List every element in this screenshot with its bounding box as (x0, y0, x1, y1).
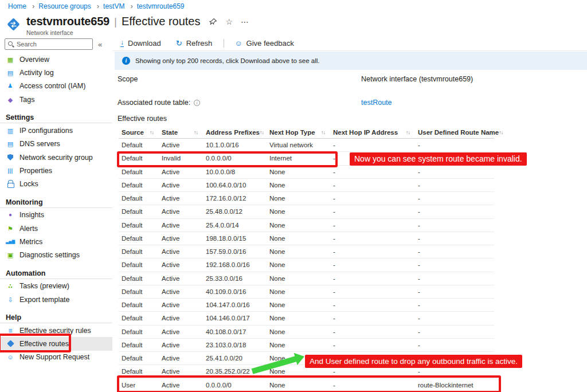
title-block: testvmroute659 | Effective routes ☆ ⋯ Ne… (26, 15, 249, 36)
collapse-menu-icon[interactable]: « (98, 40, 102, 49)
table-row[interactable]: Default Active 10.1.0.0/16 Virtual netwo… (119, 139, 494, 152)
cell-next-hop-ip: - (333, 315, 418, 322)
cell-next-hop-type: None (269, 382, 333, 389)
sidebar-search-box[interactable] (5, 38, 93, 50)
sort-icon[interactable]: ↑↓ (194, 130, 198, 135)
table-row[interactable]: Default Active 172.16.0.0/12 None - - (119, 192, 494, 205)
sidebar-item-metrics[interactable]: Metrics (0, 235, 112, 248)
sidebar-item-ip-configurations[interactable]: IP configurations (0, 124, 112, 137)
favorite-star-icon[interactable]: ☆ (225, 17, 233, 26)
download-button[interactable]: ↓ Download (120, 39, 161, 48)
more-options-icon[interactable]: ⋯ (241, 17, 249, 26)
sidebar-item-dns-servers[interactable]: DNS servers (0, 137, 112, 150)
table-row[interactable]: Default Active 10.0.0.0/8 None - - (119, 166, 494, 179)
table-row[interactable]: Default Active 100.64.0.0/10 None - - (119, 179, 494, 192)
table-row[interactable]: Default Active 192.168.0.0/16 None - - (119, 258, 494, 272)
sidebar-item-overview[interactable]: Overview (0, 53, 112, 66)
page-subtitle-blade: Effective routes (122, 15, 200, 28)
cell-next-hop-type: None (269, 275, 333, 282)
sort-icon[interactable]: ↑↓ (321, 130, 325, 135)
column-source[interactable]: Source ↑↓ (119, 129, 162, 136)
cell-udr-name: - (418, 275, 494, 282)
sort-icon[interactable]: ↑↓ (150, 130, 154, 135)
alerts-icon (6, 225, 15, 233)
sidebar-item-label: Properties (19, 167, 52, 175)
search-input[interactable] (17, 41, 85, 48)
table-row[interactable]: Default Active 23.103.0.0/18 None - - (119, 339, 494, 352)
cell-state: Active (162, 248, 206, 255)
sidebar-item-label: Alerts (19, 225, 38, 233)
column-state[interactable]: State ↑↓ (162, 129, 206, 136)
sidebar-item-tags[interactable]: Tags (0, 93, 112, 106)
table-row[interactable]: Default Active 104.147.0.0/16 None - - (119, 299, 494, 312)
sidebar-item-label: IP configurations (19, 127, 73, 135)
table-row[interactable]: Default Active 25.48.0.0/12 None - - (119, 205, 494, 218)
breadcrumb-link[interactable]: Resource groups (38, 2, 91, 10)
cell-udr-name: - (418, 355, 494, 362)
table-row[interactable]: Default Active 40.108.0.0/17 None - - (119, 326, 494, 339)
cell-address-prefix: 100.64.0.0/10 (206, 182, 269, 189)
sidebar-item-access-control[interactable]: Access control (IAM) (0, 80, 112, 93)
breadcrumb-link[interactable]: Home (8, 2, 26, 10)
table-row[interactable]: Default Active 198.18.0.0/15 None - - (119, 232, 494, 245)
sidebar-item-locks[interactable]: Locks (0, 178, 112, 191)
sidebar-item-alerts[interactable]: Alerts (0, 222, 112, 235)
cell-udr-name: - (418, 301, 494, 308)
cell-source: Default (119, 261, 162, 268)
table-row[interactable]: Default Active 104.146.0.0/17 None - - (119, 312, 494, 325)
activity-log-icon (6, 69, 15, 77)
column-user-defined-route-name[interactable]: User Defined Route Name ↑↓ (418, 129, 494, 136)
lock-icon (6, 180, 15, 188)
sidebar-item-insights[interactable]: Insights (0, 209, 112, 222)
table-row[interactable]: User Active 0.0.0.0/0 None - route-Block… (119, 379, 494, 392)
cell-udr-name: - (418, 142, 494, 148)
table-row[interactable]: Default Active 157.59.0.0/16 None - - (119, 245, 494, 258)
sort-icon[interactable]: ↑↓ (260, 130, 264, 135)
breadcrumb-link[interactable]: testvmroute659 (137, 2, 185, 10)
cell-next-hop-type: None (269, 301, 333, 308)
pin-icon[interactable] (209, 18, 217, 26)
support-icon (6, 353, 15, 361)
sidebar-item-new-support-request[interactable]: New Support Request (0, 351, 112, 364)
route-table-link[interactable]: testRoute (361, 99, 392, 107)
table-row[interactable]: Default Active 25.33.0.0/16 None - - (119, 272, 494, 285)
cell-next-hop-type: None (269, 288, 333, 295)
cell-source: Default (119, 142, 162, 148)
sort-icon[interactable]: ↑↓ (406, 130, 410, 135)
effective-routes-section-label: Effective routes (118, 115, 167, 123)
table-row[interactable]: Default Invalid 0.0.0.0/0 Internet - - (119, 152, 494, 165)
column-next-hop-type[interactable]: Next Hop Type ↑↓ (269, 129, 333, 136)
refresh-button[interactable]: ↻ Refresh (176, 39, 212, 48)
cell-state: Active (162, 208, 206, 215)
search-icon (7, 41, 14, 48)
cell-next-hop-ip: - (333, 261, 418, 268)
sidebar-item-export-template[interactable]: Export template (0, 293, 112, 306)
people-icon (6, 82, 15, 90)
metrics-icon (6, 238, 15, 246)
sidebar-item-tasks[interactable]: Tasks (preview) (0, 280, 112, 293)
table-row[interactable]: Default Active 25.41.0.0/20 None - - (119, 352, 494, 365)
sidebar-item-label: Activity log (19, 69, 54, 77)
info-circle-icon[interactable]: i (194, 100, 200, 106)
cell-state: Active (162, 368, 206, 375)
table-row[interactable]: Default Active 40.109.0.0/16 None - - (119, 285, 494, 299)
sidebar-item-label: New Support Request (19, 353, 89, 361)
sidebar-item-diagnostic-settings[interactable]: Diagnostic settings (0, 249, 112, 262)
column-next-hop-ip-address[interactable]: Next Hop IP Address ↑↓ (333, 129, 418, 136)
sidebar-item-properties[interactable]: Properties (0, 164, 112, 177)
sort-icon[interactable]: ↑↓ (499, 130, 503, 135)
column-address-prefixes[interactable]: Address Prefixes ↑↓ (206, 129, 269, 136)
sidebar-item-activity-log[interactable]: Activity log (0, 66, 112, 79)
table-row[interactable]: Default Active 20.35.252.0/22 None - - (119, 365, 494, 378)
table-row[interactable]: Default Active 25.4.0.0/14 None - - (119, 219, 494, 232)
sidebar-item-effective-security-rules[interactable]: Effective security rules (0, 324, 112, 337)
give-feedback-button[interactable]: ☺ Give feedback (234, 39, 294, 48)
cell-address-prefix: 25.33.0.0/16 (206, 275, 269, 282)
cell-state: Active (162, 168, 206, 175)
cell-next-hop-ip: - (333, 301, 418, 308)
sidebar-item-label: Automation (6, 269, 45, 277)
cell-udr-name: - (418, 155, 494, 162)
sidebar-item-network-security-group[interactable]: Network security group (0, 151, 112, 164)
sidebar-item-effective-routes[interactable]: Effective routes (0, 337, 112, 350)
breadcrumb-link[interactable]: testVM (103, 2, 124, 10)
